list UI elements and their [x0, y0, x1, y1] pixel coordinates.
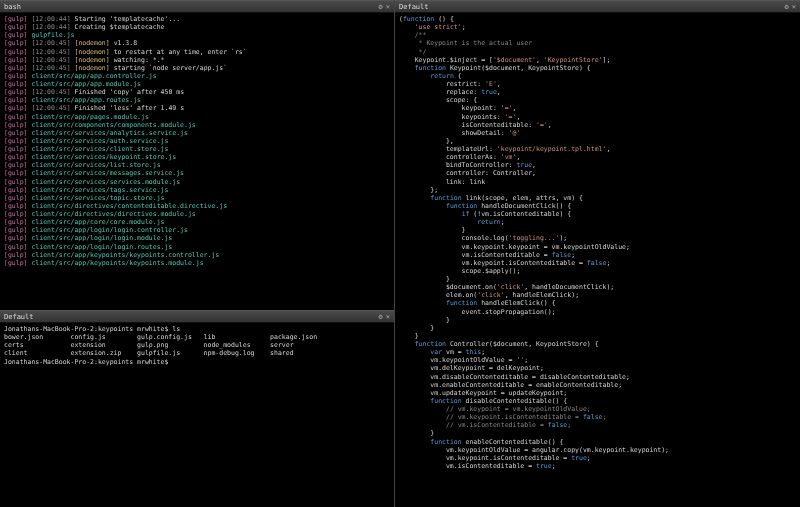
code-line: } — [399, 226, 796, 234]
pane-terminal-controls: ⚙ ✕ — [379, 313, 390, 321]
app-root: bash ⚙ ✕ [gulp] [12:00:44] Starting 'tem… — [0, 0, 800, 507]
code-line: vm.isContenteditable = true; — [399, 462, 796, 470]
pane-code-controls: ⚙ ✕ — [785, 3, 796, 11]
code-line: (function () { — [399, 15, 796, 23]
code-line: function link(scope, elem, attrs, vm) { — [399, 194, 796, 202]
log-line: [gulp] [12:00:45] [nodemon] starting `no… — [4, 64, 390, 72]
code-line: vm.keypoint.isContenteditable = false; — [399, 259, 796, 267]
log-line: [gulp] client/src/app/keypoints/keypoint… — [4, 259, 390, 267]
code-line: // vm.keypoint = vm.keypointOldValue; — [399, 405, 796, 413]
code-line: function handleDocumentClick() { — [399, 202, 796, 210]
code-line: if (!vm.isContenteditable) { — [399, 210, 796, 218]
log-line: [gulp] client/src/app/app.module.js — [4, 80, 390, 88]
gear-icon[interactable]: ⚙ — [785, 3, 789, 11]
code-line: }; — [399, 186, 796, 194]
log-line: [gulp] client/src/services/keypoint.stor… — [4, 153, 390, 161]
code-line: showDetail: '@' — [399, 129, 796, 137]
code-line: vm.disableContenteditable = disableConte… — [399, 373, 796, 381]
log-line: [gulp] client/src/services/tags.service.… — [4, 186, 390, 194]
log-line: [gulp] [12:00:45] [nodemon] watching: *.… — [4, 56, 390, 64]
log-line: [gulp] [12:00:44] Creating $templatecach… — [4, 23, 390, 31]
code-line: } — [399, 275, 796, 283]
code-line: link: link — [399, 178, 796, 186]
left-column: bash ⚙ ✕ [gulp] [12:00:44] Starting 'tem… — [0, 0, 395, 507]
pane-terminal-title: Default — [4, 313, 379, 321]
pane-bash-controls: ⚙ ✕ — [379, 3, 390, 11]
code-line: bindToController: true, — [399, 161, 796, 169]
close-icon[interactable]: ✕ — [792, 3, 796, 11]
log-line: [gulp] client/src/app/core/core.module.j… — [4, 218, 390, 226]
code-line: vm.keypointOldValue = ''; — [399, 356, 796, 364]
terminal-line: Jonathans-MacBook-Pro-2:keypoints mrwhit… — [4, 358, 390, 366]
pane-terminal: Default ⚙ ✕ Jonathans-MacBook-Pro-2:keyp… — [0, 310, 394, 507]
bash-output[interactable]: [gulp] [12:00:44] Starting 'templatecach… — [0, 13, 394, 310]
code-line: } — [399, 324, 796, 332]
code-line: return; — [399, 218, 796, 226]
code-line: } — [399, 316, 796, 324]
close-icon[interactable]: ✕ — [386, 3, 390, 11]
right-column: Default ⚙ ✕ (function () { 'use strict';… — [395, 0, 800, 507]
code-line: * Keypoint is the actual user — [399, 39, 796, 47]
pane-terminal-header[interactable]: Default ⚙ ✕ — [0, 310, 394, 323]
code-line: vm.updateKeypoint = updateKeypoint; — [399, 389, 796, 397]
log-line: [gulp] [12:00:45] Finished 'less' after … — [4, 104, 390, 112]
terminal-line: certs extension gulp.png node_modules se… — [4, 341, 390, 349]
code-line: /** — [399, 31, 796, 39]
code-line: function disableContenteditable() { — [399, 397, 796, 405]
log-line: [gulp] client/src/services/messages.serv… — [4, 169, 390, 177]
code-editor[interactable]: (function () { 'use strict'; /** * Keypo… — [395, 13, 800, 507]
pane-code-header[interactable]: Default ⚙ ✕ — [395, 0, 800, 13]
log-line: [gulp] client/src/services/auth.service.… — [4, 137, 390, 145]
log-line: [gulp] client/src/directives/directives.… — [4, 210, 390, 218]
code-line: vm.keypoint.keypoint = vm.keypointOldVal… — [399, 243, 796, 251]
code-line: function Keypoint($document, KeypointSto… — [399, 64, 796, 72]
code-line: restrict: 'E', — [399, 80, 796, 88]
log-line: [gulp] client/src/directives/contentedit… — [4, 202, 390, 210]
log-line: [gulp] client/src/app/keypoints/keypoint… — [4, 251, 390, 259]
close-icon[interactable]: ✕ — [386, 313, 390, 321]
terminal-line: client extension.zip gulpfile.js npm-deb… — [4, 349, 390, 357]
code-line: vm.delKeypoint = delKeypoint; — [399, 364, 796, 372]
log-line: [gulp] [12:00:44] Starting 'templatecach… — [4, 15, 390, 23]
code-line: elem.on('click', handleElemClick); — [399, 291, 796, 299]
pane-code-title: Default — [399, 3, 785, 11]
code-line: isContenteditable: '=', — [399, 121, 796, 129]
log-line: [gulp] client/src/app/app.controller.js — [4, 72, 390, 80]
code-line: }, — [399, 137, 796, 145]
code-line: } — [399, 429, 796, 437]
code-line: function Controller($document, KeypointS… — [399, 340, 796, 348]
log-line: [gulp] client/src/services/topic.store.j… — [4, 194, 390, 202]
code-line: var vm = this; — [399, 348, 796, 356]
code-line: vm.keypoint.isContenteditable = true; — [399, 454, 796, 462]
code-line: // vm.isContenteditable = false; — [399, 421, 796, 429]
code-line: $document.on('click', handleDocumentClic… — [399, 283, 796, 291]
code-line: 'use strict'; — [399, 23, 796, 31]
log-line: [gulp] client/src/services/list.store.js — [4, 161, 390, 169]
code-line: console.log('toggling...'); — [399, 234, 796, 242]
pane-bash-header[interactable]: bash ⚙ ✕ — [0, 0, 394, 13]
log-line: [gulp] client/src/components/components.… — [4, 121, 390, 129]
log-line: [gulp] client/src/services/client.store.… — [4, 145, 390, 153]
code-line: } — [399, 332, 796, 340]
gear-icon[interactable]: ⚙ — [379, 3, 383, 11]
code-line: replace: true, — [399, 88, 796, 96]
code-line: function enableContenteditable() { — [399, 438, 796, 446]
code-line: // vm.keypoint.isContenteditable = false… — [399, 413, 796, 421]
terminal-output[interactable]: Jonathans-MacBook-Pro-2:keypoints mrwhit… — [0, 323, 394, 507]
log-line: [gulp] gulpfile.js — [4, 31, 390, 39]
code-line: keypoint: '=', — [399, 104, 796, 112]
log-line: [gulp] [12:00:45] [nodemon] to restart a… — [4, 48, 390, 56]
code-line: return { — [399, 72, 796, 80]
pane-bash: bash ⚙ ✕ [gulp] [12:00:44] Starting 'tem… — [0, 0, 394, 310]
log-line: [gulp] client/src/app/app.routes.js — [4, 96, 390, 104]
log-line: [gulp] client/src/app/pages.module.js — [4, 113, 390, 121]
log-line: [gulp] [12:00:45] [nodemon] v1.3.8 — [4, 39, 390, 47]
code-line: scope.$apply(); — [399, 267, 796, 275]
code-line: */ — [399, 48, 796, 56]
log-line: [gulp] client/src/app/login/login.routes… — [4, 243, 390, 251]
log-line: [gulp] [12:00:45] Finished 'copy' after … — [4, 88, 390, 96]
log-line: [gulp] client/src/app/login/login.module… — [4, 234, 390, 242]
log-line: [gulp] client/src/services/analytics.ser… — [4, 129, 390, 137]
gear-icon[interactable]: ⚙ — [379, 313, 383, 321]
code-line: Keypoint.$inject = ['$document', 'Keypoi… — [399, 56, 796, 64]
